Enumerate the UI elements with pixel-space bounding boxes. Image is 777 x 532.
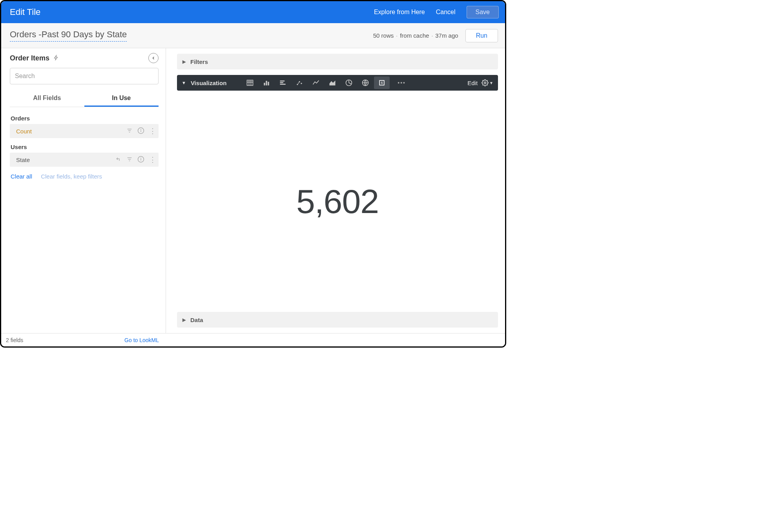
subheader: Orders -Past 90 Days by State 50 rows · … bbox=[1, 23, 505, 48]
svg-point-11 bbox=[141, 158, 141, 158]
field-row[interactable]: Count ⋮ bbox=[10, 124, 159, 138]
topbar: Edit Tile Explore from Here Cancel Save bbox=[1, 1, 505, 23]
filters-panel-header[interactable]: ▶ Filters bbox=[177, 54, 498, 69]
more-icon[interactable]: ⋮ bbox=[149, 128, 155, 135]
data-panel-header[interactable]: ▶ Data bbox=[177, 312, 498, 328]
field-name: Count bbox=[10, 128, 126, 135]
bolt-icon[interactable] bbox=[53, 54, 59, 62]
field-picker-sidebar: Order Items All Fields In Use Orders Cou… bbox=[1, 48, 166, 333]
footer: 2 fields Go to LookML bbox=[1, 333, 505, 346]
pie-icon[interactable] bbox=[341, 77, 357, 89]
filter-icon[interactable] bbox=[126, 156, 133, 164]
scatter-icon[interactable] bbox=[292, 77, 307, 89]
run-button[interactable]: Run bbox=[465, 29, 498, 42]
age-status: 37m ago bbox=[435, 32, 458, 39]
field-name: State bbox=[10, 157, 115, 163]
bar-icon[interactable] bbox=[259, 77, 274, 89]
data-label: Data bbox=[190, 317, 203, 323]
group-users: Users bbox=[10, 141, 159, 153]
svg-point-22 bbox=[297, 84, 298, 85]
clear-all-link[interactable]: Clear all bbox=[11, 173, 32, 180]
info-icon[interactable] bbox=[137, 127, 144, 135]
vis-settings-button[interactable]: ▼ bbox=[482, 79, 493, 86]
info-icon[interactable] bbox=[137, 156, 144, 164]
svg-rect-21 bbox=[280, 84, 286, 85]
tile-title-input[interactable]: Orders -Past 90 Days by State bbox=[10, 29, 127, 42]
map-icon[interactable] bbox=[357, 77, 373, 89]
svg-point-24 bbox=[301, 83, 302, 84]
clear-fields-keep-filters-link[interactable]: Clear fields, keep filters bbox=[41, 173, 102, 180]
visualization-panel-header: ▼ Visualization 6 ••• Edit ▼ bbox=[177, 75, 498, 91]
chevron-right-icon: ▶ bbox=[182, 317, 186, 322]
chevron-down-icon[interactable]: ▼ bbox=[182, 80, 186, 85]
tab-all-fields[interactable]: All Fields bbox=[10, 91, 84, 107]
svg-point-5 bbox=[141, 129, 141, 129]
pivot-icon[interactable] bbox=[115, 156, 122, 164]
single-value-number: 5,602 bbox=[296, 182, 379, 221]
area-icon[interactable] bbox=[325, 77, 340, 89]
svg-rect-12 bbox=[247, 80, 253, 85]
page-title: Edit Tile bbox=[10, 7, 40, 17]
svg-point-23 bbox=[299, 81, 300, 82]
row-count: 50 rows bbox=[373, 32, 394, 39]
field-row[interactable]: State ⋮ bbox=[10, 153, 159, 167]
visualization-label: Visualization bbox=[191, 80, 226, 86]
more-vis-icon[interactable]: ••• bbox=[398, 80, 406, 86]
svg-rect-18 bbox=[268, 82, 269, 86]
cache-status: from cache bbox=[400, 32, 429, 39]
svg-rect-16 bbox=[264, 83, 265, 86]
tab-in-use[interactable]: In Use bbox=[84, 91, 159, 107]
explore-label: Order Items bbox=[10, 54, 49, 62]
search-input[interactable] bbox=[10, 68, 159, 84]
explore-from-here-link[interactable]: Explore from Here bbox=[374, 9, 425, 16]
filter-icon[interactable] bbox=[126, 128, 133, 135]
svg-point-30 bbox=[484, 82, 486, 84]
table-icon[interactable] bbox=[242, 77, 258, 89]
vis-edit-button[interactable]: Edit bbox=[467, 80, 478, 86]
svg-point-25 bbox=[298, 83, 299, 84]
go-to-lookml-link[interactable]: Go to LookML bbox=[124, 337, 159, 343]
save-button[interactable]: Save bbox=[467, 6, 499, 18]
svg-rect-19 bbox=[280, 80, 285, 82]
visualization-canvas: 5,602 bbox=[177, 91, 498, 312]
single-value-icon[interactable]: 6 bbox=[374, 77, 390, 89]
column-icon[interactable] bbox=[275, 77, 291, 89]
svg-rect-17 bbox=[266, 81, 267, 86]
field-count: 2 fields bbox=[6, 337, 23, 343]
chevron-down-icon: ▼ bbox=[489, 81, 493, 85]
more-icon[interactable]: ⋮ bbox=[149, 156, 155, 163]
chevron-right-icon: ▶ bbox=[182, 59, 186, 64]
svg-rect-20 bbox=[280, 82, 283, 83]
group-orders: Orders bbox=[10, 113, 159, 124]
svg-text:6: 6 bbox=[381, 81, 383, 85]
line-icon[interactable] bbox=[308, 77, 324, 89]
collapse-sidebar-button[interactable] bbox=[148, 53, 159, 63]
main-content: ▶ Filters ▼ Visualization 6 ••• Edit bbox=[166, 48, 505, 333]
filters-label: Filters bbox=[190, 58, 208, 65]
cancel-button[interactable]: Cancel bbox=[436, 9, 456, 16]
